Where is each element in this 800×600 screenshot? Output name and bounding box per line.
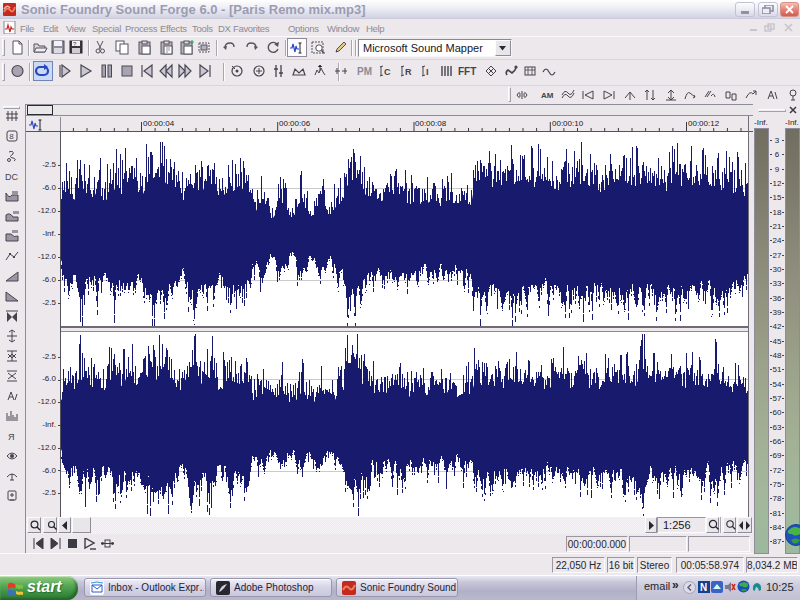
svg-text:33: 33 [773, 279, 782, 288]
svg-text:00:00:08: 00:00:08 [415, 119, 447, 128]
svg-text:45: 45 [773, 337, 782, 346]
svg-text:R: R [405, 67, 412, 77]
svg-text:69: 69 [773, 451, 782, 460]
svg-text:78: 78 [773, 494, 782, 503]
svg-text:DC: DC [5, 172, 18, 182]
svg-text:15: 15 [773, 193, 782, 202]
svg-text:72: 72 [773, 466, 782, 475]
svg-text:8: 8 [9, 132, 14, 141]
svg-text:00:00:06: 00:00:06 [279, 119, 311, 128]
svg-text:36: 36 [773, 294, 782, 303]
svg-text:AM: AM [541, 91, 554, 100]
svg-text:51: 51 [773, 365, 782, 374]
svg-text:00:00:04: 00:00:04 [143, 119, 175, 128]
svg-text:48: 48 [773, 351, 782, 360]
svg-text:27: 27 [773, 251, 782, 260]
svg-text:84: 84 [773, 523, 782, 532]
svg-text:00:00:10: 00:00:10 [552, 119, 584, 128]
svg-text:21: 21 [773, 222, 782, 231]
svg-text:N: N [700, 582, 707, 593]
svg-text:12: 12 [773, 179, 782, 188]
svg-text:63: 63 [773, 423, 782, 432]
svg-text:C: C [384, 67, 391, 77]
svg-text:57: 57 [773, 394, 782, 403]
svg-text:66: 66 [773, 437, 782, 446]
svg-text:9: 9 [775, 165, 780, 174]
svg-text:6: 6 [775, 150, 780, 159]
svg-text:81: 81 [773, 509, 782, 518]
svg-text:Я: Я [8, 432, 15, 442]
svg-text:60: 60 [773, 408, 782, 417]
svg-text:00:00:12: 00:00:12 [688, 119, 720, 128]
svg-text:39: 39 [773, 308, 782, 317]
svg-text:42: 42 [773, 322, 782, 331]
svg-text:30: 30 [773, 265, 782, 274]
svg-text:87: 87 [773, 537, 782, 546]
svg-text:18: 18 [773, 208, 782, 217]
svg-text:24: 24 [773, 236, 782, 245]
svg-text:3: 3 [775, 136, 780, 145]
svg-text:75: 75 [773, 480, 782, 489]
svg-text:I: I [426, 67, 429, 77]
svg-text:54: 54 [773, 380, 782, 389]
